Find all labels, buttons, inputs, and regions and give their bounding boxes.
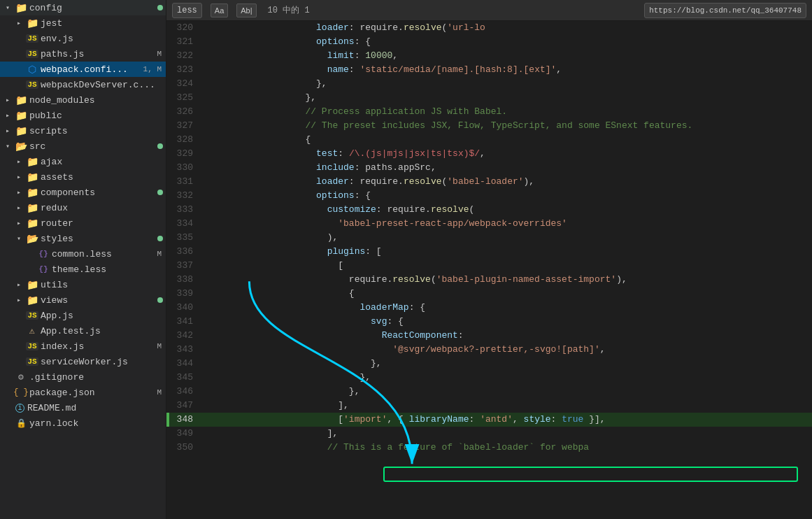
sidebar-item-label: .gitignore [29,372,166,383]
sidebar-item-label: App.test.js [41,326,166,336]
line-number-347: 347 [166,399,201,413]
sidebar-item-theme-less[interactable]: ▸ {} theme.less [0,262,166,277]
chevron-right-icon: ▸ [17,204,25,212]
match-case-button[interactable]: Aa [211,3,228,17]
line-number-348: 348 [166,413,201,427]
code-row-335: 335 ), [166,231,812,245]
gear-icon: ⚙ [15,371,27,383]
code-row-326: 326 // Process application JS with Babel… [166,105,812,119]
folder-icon: 📁 [15,125,27,136]
sidebar-item-styles[interactable]: ▾ 📂 styles [0,231,166,246]
folder-icon: 📁 [15,110,27,121]
sidebar-item-label: yarn.lock [29,418,166,429]
js-icon: JS [27,79,38,90]
line-number-346: 346 [166,385,201,399]
sidebar-item-gitignore[interactable]: ▸ ⚙ .gitignore [0,369,166,385]
code-editor[interactable]: 320 loader: require.resolve('url-lo 321 … [166,21,812,455]
sidebar-item-ajax[interactable]: ▸ 📁 ajax [0,154,166,169]
url-bar: https://blog.csdn.net/qq_36407748 [644,3,806,18]
code-line-343: '@svgr/webpack?-prettier,-svgo![path]', [201,343,606,357]
code-line-334: 'babel-preset-react-app/webpack-override… [201,217,567,231]
folder-icon: 📁 [27,218,38,229]
sidebar-item-redux[interactable]: ▸ 📁 redux [0,200,166,215]
line-number-325: 325 [166,91,201,105]
active-line-indicator [166,413,169,427]
sidebar-item-config[interactable]: ▾ 📁 config [0,0,166,15]
sidebar-item-assets[interactable]: ▸ 📁 assets [0,169,166,185]
sidebar-item-label: views [41,295,155,306]
sidebar-item-common-less[interactable]: ▸ {} common.less M [0,246,166,262]
code-line-344: }, [201,357,382,371]
sidebar-item-label: public [29,111,166,121]
code-line-345: }, [201,371,371,385]
sidebar-item-paths-js[interactable]: ▸ JS paths.js M [0,46,166,62]
sidebar-item-readme[interactable]: ▸ i README.md [0,400,166,415]
code-line-330: include: paths.appSrc, [201,161,436,175]
sidebar-item-label: paths.js [41,49,154,59]
code-row-346: 346 }, [166,385,812,399]
code-row-323: 323 name: 'static/media/[name].[hash:8].… [166,63,812,77]
code-row-329: 329 test: /\.(js|mjs|jsx|ts|tsx)$/, [166,147,812,161]
code-row-330: 330 include: paths.appSrc, [166,161,812,175]
js-icon: JS [27,33,38,44]
code-line-341: svg: { [201,315,404,329]
sidebar-item-label: package.json [29,388,154,398]
code-wrapper: 320 loader: require.resolve('url-lo 321 … [166,21,812,519]
sidebar-item-app-test[interactable]: ▸ ⚠ App.test.js [0,323,166,339]
status-dot [157,190,163,195]
sidebar-item-package-json[interactable]: ▸ { } package.json M [0,385,166,400]
sidebar-item-scripts[interactable]: ▸ 📁 scripts [0,123,166,138]
code-line-328: { [201,133,311,147]
search-bar[interactable]: less [172,3,202,18]
json-icon: { } [15,387,27,398]
sidebar-item-yarn-lock[interactable]: ▸ 🔒 yarn.lock [0,415,166,431]
line-number-326: 326 [166,105,201,119]
code-line-340: loaderMap: { [201,301,425,315]
sidebar-item-webpack-dev-server[interactable]: ▸ JS webpackDevServer.c... [0,77,166,92]
sidebar-item-service-worker[interactable]: ▸ JS serviceWorker.js [0,354,166,369]
sidebar-item-views[interactable]: ▸ 📁 views [0,292,166,308]
line-number-321: 321 [166,35,201,49]
sidebar-item-label: styles [41,234,155,244]
code-line-337: [ [201,259,343,273]
code-row-339: 339 { [166,287,812,301]
sidebar-item-router[interactable]: ▸ 📁 router [0,215,166,231]
code-line-338: require.resolve('babel-plugin-named-asse… [201,273,627,287]
sidebar-item-label: redux [41,203,166,213]
sidebar-item-label: src [29,141,155,152]
sidebar-item-utils[interactable]: ▸ 📁 utils [0,277,166,292]
code-line-342: ReactComponent: [201,329,464,343]
sidebar-item-webpack-config[interactable]: ▸ ⬡ webpack.confi... 1, M [0,62,166,77]
line-number-324: 324 [166,77,201,91]
lock-icon: 🔒 [15,418,27,429]
sidebar-item-index-js[interactable]: ▸ JS index.js M [0,339,166,354]
line-number-331: 331 [166,175,201,189]
code-line-336: plugins: [ [201,245,382,259]
sidebar-item-components[interactable]: ▸ 📁 components [0,185,166,200]
sidebar-item-src[interactable]: ▾ 📂 src [0,138,166,154]
sidebar-item-label: App.js [41,311,166,321]
code-row-350: 350 // This is a feature of `babel-loade… [166,441,812,455]
code-row-336: 336 plugins: [ [166,245,812,259]
match-word-button[interactable]: Ab| [236,3,256,17]
sidebar-item-node-modules[interactable]: ▸ 📁 node_modules [0,92,166,108]
chevron-right-icon: ▸ [17,19,25,27]
code-row-325: 325 }, [166,91,812,105]
sidebar-item-public[interactable]: ▸ 📁 public [0,108,166,123]
main-content: less Aa Ab| 10 中的 1 https://blog.csdn.ne… [166,0,812,519]
folder-icon: 📁 [27,202,38,213]
sidebar-item-label: serviceWorker.js [41,357,166,367]
code-line-335: ), [201,231,338,245]
sidebar-item-env-js[interactable]: ▸ JS env.js [0,31,166,46]
warning-icon: ⚠ [27,325,38,336]
info-icon: i [15,404,24,413]
line-number-333: 333 [166,203,201,217]
line-number-341: 341 [166,315,201,329]
sidebar-item-app-js[interactable]: ▸ JS App.js [0,308,166,323]
code-line-325: }, [201,91,316,105]
code-row-349: 349 ], [166,427,812,441]
js-icon: JS [27,341,38,352]
folder-open-icon: 📁 [15,2,27,13]
sidebar-item-jest[interactable]: ▸ 📁 jest [0,15,166,31]
sidebar-item-label: index.js [41,341,154,352]
